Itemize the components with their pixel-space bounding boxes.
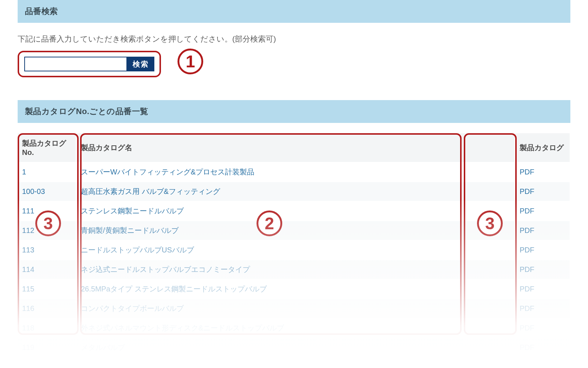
search-button[interactable]: 検索 bbox=[127, 57, 154, 71]
table-row: 1スーパーWバイトフィッティング&プロセス計装製品PDF bbox=[18, 163, 570, 182]
catalog-name-cell[interactable]: 外ネジ式パネルマウント形ディスク&ニードルストップバルブ bbox=[76, 319, 515, 338]
col-header-pdf: 製品カタログ bbox=[515, 133, 570, 163]
catalog-pdf-cell[interactable]: PDF bbox=[515, 280, 570, 299]
table-row: 100-03超高圧水素ガス用 バルブ&フィッティングPDF bbox=[18, 182, 570, 202]
catalog-name-cell[interactable]: メタルバルブ bbox=[76, 338, 515, 358]
table-header-row: 製品カタログNo. 製品カタログ名 製品カタログ bbox=[18, 133, 570, 163]
table-row: 114ネジ込式ニードルストップバルブエコノミータイプPDF bbox=[18, 260, 570, 280]
section-title-list: 製品カタログNo.ごとの品番一覧 bbox=[25, 107, 148, 116]
catalog-pdf-cell[interactable]: PDF bbox=[515, 338, 570, 358]
section-header-list: 製品カタログNo.ごとの品番一覧 bbox=[18, 100, 570, 123]
table-row: 119メタルバルブPDF bbox=[18, 338, 570, 358]
search-form-highlight: 検索 bbox=[18, 51, 161, 77]
table-row: 118外ネジ式パネルマウント形ディスク&ニードルストップバルブPDF bbox=[18, 319, 570, 338]
catalog-pdf-cell[interactable]: PDF bbox=[515, 221, 570, 241]
catalog-name-cell[interactable]: 青銅製/黄銅製ニードルバルブ bbox=[76, 221, 515, 241]
catalog-name-cell[interactable]: 超高圧水素ガス用 バルブ&フィッティング bbox=[76, 182, 515, 202]
catalog-pdf-cell[interactable]: PDF bbox=[515, 319, 570, 338]
catalog-table: 製品カタログNo. 製品カタログ名 製品カタログ 1スーパーWバイトフィッティン… bbox=[18, 133, 570, 358]
section-title-search: 品番検索 bbox=[25, 7, 58, 16]
col-header-no: 製品カタログNo. bbox=[18, 133, 76, 163]
catalog-name-cell[interactable]: コンパクトタイプボールバルブ bbox=[76, 299, 515, 319]
catalog-no-cell[interactable]: 114 bbox=[18, 260, 76, 280]
catalog-name-cell[interactable]: ネジ込式ニードルストップバルブエコノミータイプ bbox=[76, 260, 515, 280]
catalog-no-cell[interactable]: 113 bbox=[18, 241, 76, 260]
table-row: 11526.5MPaタイプ ステンレス鋼製ニードルストップバルブPDF bbox=[18, 280, 570, 299]
catalog-pdf-cell[interactable]: PDF bbox=[515, 163, 570, 182]
callout-badge-3-right: 3 bbox=[477, 210, 503, 236]
catalog-name-cell[interactable]: ニードルストップバルブUSバルブ bbox=[76, 241, 515, 260]
catalog-no-cell[interactable]: 100-03 bbox=[18, 182, 76, 202]
catalog-pdf-cell[interactable]: PDF bbox=[515, 260, 570, 280]
catalog-name-cell[interactable]: スーパーWバイトフィッティング&プロセス計装製品 bbox=[76, 163, 515, 182]
catalog-no-cell[interactable]: 118 bbox=[18, 319, 76, 338]
catalog-no-cell[interactable]: 115 bbox=[18, 280, 76, 299]
search-instruction: 下記に品番入力していただき検索ボタンを押してください。(部分検索可) bbox=[18, 34, 570, 44]
catalog-pdf-cell[interactable]: PDF bbox=[515, 241, 570, 260]
catalog-pdf-cell[interactable]: PDF bbox=[515, 182, 570, 202]
catalog-no-cell[interactable]: 1 bbox=[18, 163, 76, 182]
col-header-name: 製品カタログ名 bbox=[76, 133, 515, 163]
catalog-no-cell[interactable]: 116 bbox=[18, 299, 76, 319]
catalog-name-cell[interactable]: 26.5MPaタイプ ステンレス鋼製ニードルストップバルブ bbox=[76, 280, 515, 299]
catalog-pdf-cell[interactable]: PDF bbox=[515, 202, 570, 221]
callout-badge-3-left: 3 bbox=[35, 210, 61, 236]
callout-badge-2: 2 bbox=[257, 210, 282, 236]
product-number-input[interactable] bbox=[24, 57, 127, 71]
table-row: 116コンパクトタイプボールバルブPDF bbox=[18, 299, 570, 319]
catalog-pdf-cell[interactable]: PDF bbox=[515, 299, 570, 319]
catalog-table-wrap: 製品カタログNo. 製品カタログ名 製品カタログ 1スーパーWバイトフィッティン… bbox=[18, 133, 570, 358]
section-header-search: 品番検索 bbox=[18, 0, 570, 23]
callout-badge-1: 1 bbox=[178, 49, 203, 74]
catalog-no-cell[interactable]: 119 bbox=[18, 338, 76, 358]
table-row: 113ニードルストップバルブUSバルブPDF bbox=[18, 241, 570, 260]
catalog-name-cell[interactable]: ステンレス鋼製ニードルバルブ bbox=[76, 202, 515, 221]
